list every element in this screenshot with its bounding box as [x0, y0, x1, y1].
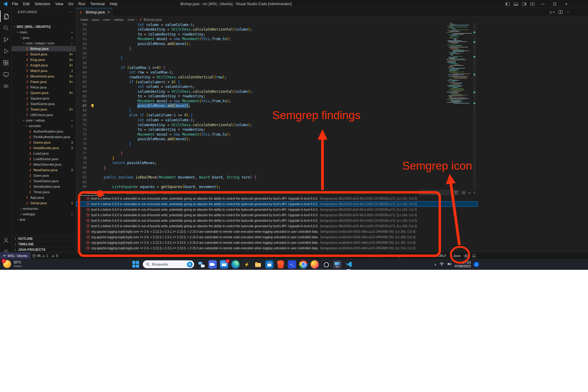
menu-help[interactable]: Help [107, 0, 120, 8]
taskbar-lightning-icon[interactable] [243, 260, 251, 269]
run-button[interactable]: ▷▾ [550, 10, 555, 14]
explorer-item-pawn-java[interactable]: JPawn.java9+ [12, 79, 76, 85]
code-line-66[interactable]: 66 Movement move2 = new Movement(this,fr… [76, 99, 445, 104]
explorer-item-loadgame-java[interactable]: JLoadGame.java [12, 156, 76, 162]
menu-run[interactable]: Run [76, 0, 88, 8]
menu-selection[interactable]: Selection [32, 0, 53, 8]
run-dropdown-icon[interactable]: ▾ [553, 11, 555, 13]
toggle-panel-icon[interactable] [514, 2, 518, 6]
code-line-82[interactable]: 82 public boolean isRealMove(Movement mo… [76, 175, 445, 180]
status-encoding[interactable]: UTF-8 [422, 252, 435, 259]
breadcrumb-bishop-java[interactable]: JBishop.java [139, 18, 162, 21]
explorer-item-bishop-java[interactable]: JBishop.java [12, 46, 76, 51]
code-line-65[interactable]: 65 to = columndestiny + rowdestiny; [76, 94, 445, 99]
code-line-60[interactable]: 60 int row = valueRow-i; [76, 70, 445, 75]
code-line-52[interactable]: 52 to = columndestiny + rowdestiny; [76, 32, 445, 37]
problem-row[interactable]: ×bcel 6.x before 6.6.0 is vulnerable to … [76, 196, 478, 201]
explorer-item-com-sebas-core[interactable]: ›com / sebas / core● [12, 40, 76, 46]
taskbar-chrome-icon[interactable] [299, 260, 307, 269]
code-line-77[interactable]: 77 } [76, 151, 445, 156]
code-line-76[interactable]: 76 [76, 146, 445, 151]
code-line-56[interactable]: 56 [76, 51, 445, 56]
menu-terminal[interactable]: Terminal [88, 0, 107, 8]
problem-row[interactable]: ×org.apache.logging.log4j:log4j-core >= … [76, 240, 478, 245]
panel-tab-terminal[interactable]: TERMINAL [159, 190, 182, 196]
code-line-75[interactable]: 75 } [76, 141, 445, 146]
code-line-50[interactable]: 50 int column = valueColumn-i; [76, 22, 445, 27]
menu-edit[interactable]: Edit [21, 0, 32, 8]
problem-row[interactable]: ×bcel 6.x before 6.6.0 is vulnerable to … [76, 223, 478, 229]
code-line-61[interactable]: 61 rowdestiny = UtilChess.calculateVerti… [76, 75, 445, 80]
breadcrumb-java[interactable]: java [92, 18, 99, 21]
explorer-item-load-java[interactable]: JLoad.java [12, 151, 76, 156]
explorer-item-king-java[interactable]: JKing.java9+ [12, 57, 76, 62]
explorer-item-serialization-java[interactable]: JSerialization.java [12, 184, 76, 189]
problem-row[interactable]: ×bcel 6.x before 6.6.0 is vulnerable to … [76, 218, 478, 223]
problem-row[interactable]: ×org.apache.logging.log4j:log4j-core >= … [76, 245, 478, 251]
taskbar-mail-icon[interactable]: 1 [220, 260, 228, 269]
activitybar-source-control-icon[interactable] [0, 34, 11, 45]
code-editor[interactable]: 50 int column = valueColumn-i;51 columnd… [76, 22, 445, 189]
panel-tab-output[interactable]: OUTPUT [104, 190, 124, 196]
view-as-table-icon[interactable] [462, 191, 466, 194]
close-panel-icon[interactable]: × [473, 191, 475, 194]
start-button[interactable] [132, 260, 140, 268]
code-line-58[interactable]: 58 [76, 61, 445, 66]
explorer-item-tower-java[interactable]: JTower.java9+ [12, 107, 76, 112]
explorer-item-main[interactable]: ›main● [12, 29, 76, 35]
activitybar-explorer-icon[interactable] [0, 10, 11, 22]
section-java-projects[interactable]: ›JAVA PROJECTS [12, 247, 76, 252]
panel-tab-ports[interactable]: PORTS [182, 190, 199, 196]
explorer-item-resources[interactable]: ›resources [12, 206, 76, 211]
activitybar-search-icon[interactable] [0, 22, 11, 34]
activitybar-account-icon[interactable] [0, 234, 11, 246]
volume-icon[interactable] [447, 262, 451, 267]
menu-go[interactable]: Go [66, 0, 76, 8]
breadcrumb-core[interactable]: core [128, 18, 134, 21]
weather-widget[interactable]: 1 32°C Viento [3, 260, 22, 268]
code-line-59[interactable]: 59 if (valueRow-i >=0) { [76, 65, 445, 70]
taskbar-search[interactable]: Búsqueda b [143, 260, 194, 268]
taskbar-chat-icon[interactable] [209, 260, 217, 269]
menu-view[interactable]: View [53, 0, 66, 8]
breadcrumb-com[interactable]: com [103, 18, 110, 21]
minimize-button[interactable] [537, 0, 549, 8]
problem-row[interactable]: ×bcel 6.x before 6.6.0 is vulnerable to … [76, 201, 478, 207]
code-line-71[interactable]: 71 columndestiny = UtilChess.calculateHo… [76, 123, 445, 127]
explorer-item-timer-java[interactable]: JTimer.java [12, 189, 76, 195]
explorer-item-src-wsl-ubuntu[interactable]: ›SRC [WSL: UBUNTU] [12, 24, 76, 29]
code-line-64[interactable]: 64 columndestiny = UtilChess.calculateHo… [76, 89, 445, 94]
explorer-item-savegame-java[interactable]: JSaveGame.java [12, 178, 76, 184]
code-line-81[interactable]: 81 [76, 170, 445, 175]
code-line-80[interactable]: 80 } [76, 165, 445, 170]
toggle-sidebar-icon[interactable] [505, 2, 510, 6]
taskbar-edge-icon[interactable] [231, 260, 239, 269]
lightbulb-icon[interactable] [91, 104, 94, 108]
status-indentation[interactable]: Tab Size: 4 [402, 252, 422, 259]
split-editor-icon[interactable] [559, 10, 563, 14]
explorer-item-firstauthentication-java[interactable]: JFirstAuthentication.java [12, 134, 76, 140]
notification-count-badge[interactable]: 2 [474, 262, 479, 267]
editor-more-actions-icon[interactable]: ··· [567, 10, 570, 14]
explorer-item-webapp[interactable]: ›webapp● [12, 211, 76, 217]
close-button[interactable]: × [560, 0, 572, 8]
activitybar-run-debug-icon[interactable] [0, 45, 11, 57]
explorer-item-queen-java[interactable]: JQueen.java9+ [12, 90, 76, 96]
panel-tab-debug-console[interactable]: DEBUG CONSOLE [124, 190, 159, 196]
more-actions-icon[interactable]: ··· [68, 10, 73, 14]
taskbar-task-view-icon[interactable] [197, 260, 205, 269]
taskbar-vscode-icon[interactable] [345, 260, 353, 269]
status-language[interactable]: {} Java [448, 252, 462, 259]
section-outline[interactable]: ›OUTLINE [12, 236, 76, 241]
explorer-item-serial-java[interactable]: JSerial.java1 [12, 200, 76, 206]
problem-row[interactable]: ×org.apache.logging.log4j:log4j-core >= … [76, 234, 478, 240]
explorer-item-startgame-java[interactable]: JStartGame.java [12, 101, 76, 107]
code-line-62[interactable]: 62 if (valueColumn+i < 8) { [76, 80, 445, 85]
code-line-73[interactable]: 73 Movement move2 = new Movement(this,fr… [76, 132, 445, 137]
explorer-item-servlets[interactable]: ›servlets● [12, 123, 76, 129]
code-line-51[interactable]: 51 columndestiny = UtilChess.calculateHo… [76, 27, 445, 32]
explorer-item-newgame-java[interactable]: JNewGame.java2 [12, 167, 76, 173]
taskbar-monitor-icon[interactable] [333, 260, 341, 269]
breadcrumb-sebas[interactable]: sebas [114, 18, 123, 21]
notifications-bell-icon[interactable] [470, 252, 478, 259]
